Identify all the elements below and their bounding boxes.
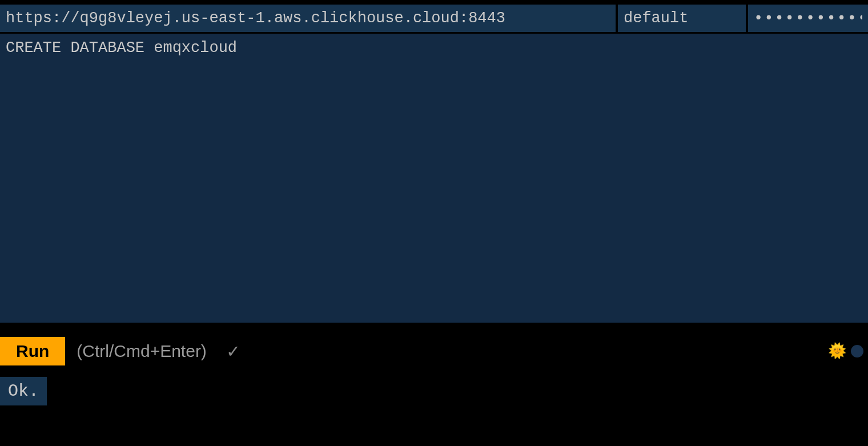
result-area: Ok. (0, 377, 868, 405)
check-icon: ✓ (227, 339, 239, 363)
password-input[interactable] (748, 5, 868, 32)
action-bar: Run (Ctrl/Cmd+Enter) ✓ 🌞 (0, 326, 868, 377)
server-url-input[interactable] (0, 5, 616, 32)
keyboard-shortcut-hint: (Ctrl/Cmd+Enter) (77, 341, 207, 361)
connection-bar (0, 0, 868, 31)
result-status: Ok. (0, 377, 47, 405)
moon-icon[interactable] (851, 345, 863, 357)
theme-toggle: 🌞 (828, 342, 863, 360)
query-editor[interactable]: CREATE DATABASE emqxcloud (0, 34, 868, 323)
username-input[interactable] (618, 5, 746, 32)
sun-icon[interactable]: 🌞 (828, 342, 846, 360)
run-button[interactable]: Run (0, 337, 65, 365)
